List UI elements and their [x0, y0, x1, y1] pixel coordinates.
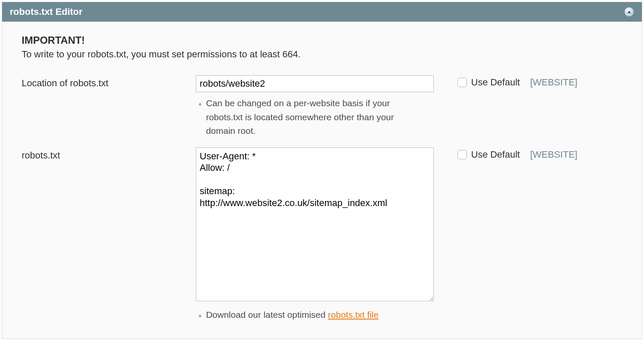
hint-arrow-icon: ▲ — [198, 308, 203, 322]
chevron-up-icon — [627, 9, 632, 14]
panel-body: IMPORTANT! To write to your robots.txt, … — [2, 22, 642, 339]
robots-row: robots.txt User-Agent: * Allow: / sitema… — [22, 147, 622, 322]
robots-hint: ▲ Download our latest optimised robots.t… — [196, 308, 434, 322]
important-notice: IMPORTANT! To write to your robots.txt, … — [22, 34, 622, 60]
location-input[interactable] — [196, 75, 434, 92]
robots-use-default-label: Use Default — [471, 149, 520, 160]
location-hint: ▲ Can be changed on a per-website basis … — [196, 96, 434, 138]
robots-download-link[interactable]: robots.txt file — [328, 310, 378, 320]
robots-scope-tag: [WEBSITE] — [530, 149, 577, 160]
panel-title: robots.txt Editor — [10, 6, 82, 17]
important-title: IMPORTANT! — [22, 34, 622, 46]
location-row: Location of robots.txt ▲ Can be changed … — [22, 75, 622, 138]
svg-marker-0 — [627, 11, 631, 13]
collapse-toggle-button[interactable] — [624, 7, 634, 17]
robots-hint-prefix: Download our latest optimised — [206, 310, 328, 320]
location-scope-tag: [WEBSITE] — [530, 77, 577, 88]
hint-arrow-icon: ▲ — [198, 96, 203, 138]
robots-use-default-checkbox[interactable] — [458, 150, 467, 159]
robots-editor-panel: robots.txt Editor IMPORTANT! To write to… — [2, 2, 642, 339]
panel-header: robots.txt Editor — [2, 2, 642, 22]
location-use-default-checkbox[interactable] — [458, 78, 467, 87]
location-use-default-label: Use Default — [471, 77, 520, 88]
location-label: Location of robots.txt — [22, 75, 196, 89]
important-text: To write to your robots.txt, you must se… — [22, 49, 622, 60]
location-hint-text: Can be changed on a per-website basis if… — [206, 96, 418, 138]
robots-textarea[interactable]: User-Agent: * Allow: / sitemap: http://w… — [196, 147, 434, 301]
robots-label: robots.txt — [22, 147, 196, 161]
